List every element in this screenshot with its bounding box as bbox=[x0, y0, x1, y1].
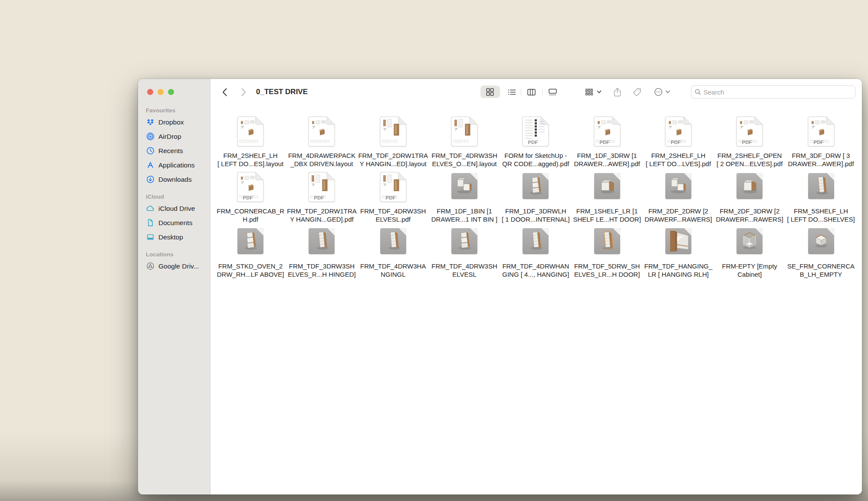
file-item[interactable]: PDF FRM_2SHELF_LH[ LEFT DO...LVES].pdf bbox=[643, 116, 714, 172]
file-item[interactable]: PDF FRM_1DF_3DRW [1DRAWER...AWER].pdf bbox=[571, 116, 642, 172]
sidebar-item-desktop[interactable]: Desktop bbox=[138, 230, 210, 244]
file-icon-pdf: PDF bbox=[380, 172, 407, 203]
file-icon-thumbnail bbox=[309, 227, 335, 258]
sidebar-item-label: Dropbox bbox=[158, 118, 184, 126]
sidebar-item-label: AirDrop bbox=[158, 133, 181, 141]
sidebar-item-google-drive[interactable]: Google Driv... bbox=[138, 259, 210, 273]
sidebar-item-applications[interactable]: Applications bbox=[138, 158, 210, 172]
tag-button[interactable] bbox=[631, 85, 644, 98]
file-item[interactable]: FRM_TDF_4DRW3HANGINGL bbox=[358, 227, 429, 282]
file-item[interactable]: FRM_TDF_2DRW1TRAY HANGIN...ED].layout bbox=[358, 116, 429, 172]
desktop[interactable]: { "colors": { "desktop_bg": "#ece6d9", "… bbox=[0, 0, 868, 501]
grid-view-button[interactable] bbox=[483, 85, 496, 98]
file-icon-layout bbox=[237, 116, 264, 147]
sidebar: Favourites Dropbox bbox=[138, 79, 210, 494]
back-button[interactable] bbox=[219, 85, 231, 98]
share-icon bbox=[613, 88, 621, 97]
file-item[interactable]: FRM_STKD_OVEN_2DRW_RH...LF ABOVE] bbox=[215, 227, 286, 282]
file-name: FRM_2SHELF_LH[ LEFT DO...LVES].pdf bbox=[646, 151, 711, 168]
share-button[interactable] bbox=[611, 85, 624, 98]
file-icon-thumbnail bbox=[808, 172, 834, 203]
file-item[interactable]: FRM_TDF_3DRW3SHELVES_R...H HINGED] bbox=[286, 227, 357, 282]
group-button[interactable] bbox=[582, 85, 595, 98]
sidebar-item-label: iCloud Drive bbox=[158, 205, 195, 213]
file-item[interactable]: FRM_TDF_4DRWHANGING [ 4..., HANGING] bbox=[500, 227, 571, 282]
sidebar-item-recents[interactable]: Recents bbox=[138, 144, 210, 158]
file-name: FRM_TDF_HANGING_LR [ HANGING RLH] bbox=[644, 262, 713, 278]
sidebar-item-label: Recents bbox=[158, 147, 183, 155]
chevron-left-icon bbox=[222, 88, 227, 96]
toolbar-divider bbox=[542, 88, 542, 95]
file-item[interactable]: PDF FRM_CORNERCAB_RH.pdf bbox=[215, 172, 286, 227]
svg-text:PDF: PDF bbox=[528, 140, 538, 145]
sidebar-item-label: Downloads bbox=[158, 176, 192, 183]
file-icon-thumbnail bbox=[451, 227, 477, 258]
file-item[interactable]: FRM_1DF_3DRWLH[ 1 DOOR...INTERNAL] bbox=[500, 172, 571, 227]
chevron-down-icon bbox=[597, 90, 602, 94]
file-item[interactable]: FRM_2DF_3DRW [2DRAWERF...RAWERS] bbox=[714, 172, 785, 227]
file-name: FRM_TDF_4DRWHANGING [ 4..., HANGING] bbox=[502, 262, 569, 278]
sidebar-item-label: Documents bbox=[158, 219, 192, 227]
search-icon bbox=[695, 89, 701, 95]
file-item[interactable]: FRM_2DF_2DRW [2DRAWERF...RAWERS] bbox=[643, 172, 714, 227]
forward-button[interactable] bbox=[237, 85, 250, 98]
file-item[interactable]: FRM_5SHELF_LH[ LEFT DO...SHELVES] bbox=[785, 172, 856, 227]
svg-text:PDF: PDF bbox=[599, 140, 609, 145]
file-name: FRM_1DF_1BIN [1DRAWER...1 INT BIN ] bbox=[431, 207, 498, 223]
file-icon-pdf: PDF bbox=[808, 116, 835, 147]
file-item[interactable]: FRM-EPTY [EmptyCabinet] bbox=[714, 227, 785, 282]
file-item[interactable]: PDF FRM_2SHELF_OPEN[ 2 OPEN...ELVES].pdf bbox=[714, 116, 785, 172]
file-item[interactable]: SE_FRM_CORNERCAB_LH_EMPTY bbox=[785, 227, 856, 282]
file-item[interactable]: FRM_TDF_5DRW_SHELVES_LR...H DOOR] bbox=[571, 227, 642, 282]
file-icon-thumbnail bbox=[237, 227, 263, 258]
file-icon-thumbnail bbox=[665, 227, 691, 258]
file-item[interactable]: FRM_TDF_4DRW3SHELVESL bbox=[429, 227, 500, 282]
file-name: FRM_TDF_4DRW3SHELVESL bbox=[431, 262, 497, 278]
chevron-down-icon bbox=[665, 90, 670, 94]
file-item[interactable]: FRM_4DRAWERPACK_DBX DRIVEN.layout bbox=[286, 116, 357, 172]
file-item[interactable]: FRM_TDF_HANGING_LR [ HANGING RLH] bbox=[643, 227, 714, 282]
file-item[interactable]: PDF FRM_3DF_DRW [ 3DRAWER...AWER].pdf bbox=[785, 116, 856, 172]
file-name: FRM_TDF_4DRW3SHELVESL.pdf bbox=[360, 207, 426, 223]
file-item[interactable]: FRM_2SHELF_LH[ LEFT DO...ES].layout bbox=[215, 116, 286, 172]
column-view-button[interactable] bbox=[525, 85, 538, 98]
column-view-icon bbox=[527, 88, 536, 96]
svg-text:PDF: PDF bbox=[385, 195, 395, 200]
sidebar-item-airdrop[interactable]: AirDrop bbox=[138, 129, 210, 144]
zoom-button[interactable] bbox=[168, 89, 174, 95]
file-item[interactable]: PDF FRM_TDF_2DRW1TRAY HANGIN...GED].pdf bbox=[286, 172, 357, 227]
search-input[interactable] bbox=[704, 88, 852, 96]
google-drive-icon bbox=[146, 262, 155, 271]
more-chevron[interactable] bbox=[665, 90, 670, 94]
sidebar-item-label: Applications bbox=[158, 161, 195, 169]
sidebar-item-documents[interactable]: Documents bbox=[138, 216, 210, 230]
file-item[interactable]: FRM_1DF_1BIN [1DRAWER...1 INT BIN ] bbox=[429, 172, 500, 227]
gallery-view-button[interactable] bbox=[546, 85, 559, 98]
file-name: FRM_1SHELF_LR [1SHELF LE...HT DOOR] bbox=[573, 207, 641, 223]
applications-icon bbox=[146, 161, 155, 170]
file-item[interactable]: PDF FORM for SketchUp -QR CODE...agged).… bbox=[500, 116, 571, 172]
sidebar-item-dropbox[interactable]: Dropbox bbox=[138, 115, 210, 129]
file-icon-thumbnail bbox=[594, 227, 620, 258]
file-item[interactable]: FRM_1SHELF_LR [1SHELF LE...HT DOOR] bbox=[571, 172, 642, 227]
list-view-icon bbox=[508, 88, 516, 96]
minimize-button[interactable] bbox=[158, 89, 164, 95]
file-item[interactable]: FRM_TDF_4DRW3SHELVES_O...EN].layout bbox=[429, 116, 500, 172]
more-button[interactable] bbox=[652, 85, 665, 98]
svg-text:PDF: PDF bbox=[742, 140, 752, 145]
documents-icon bbox=[146, 219, 155, 227]
file-name: FRM_1DF_3DRWLH[ 1 DOOR...INTERNAL] bbox=[502, 207, 570, 223]
file-icon-thumbnail bbox=[808, 227, 834, 258]
group-chevron[interactable] bbox=[596, 90, 602, 94]
file-name: FRM_2SHELF_OPEN[ 2 OPEN...ELVES].pdf bbox=[717, 151, 783, 168]
sidebar-item-downloads[interactable]: Downloads bbox=[138, 172, 210, 187]
close-button[interactable] bbox=[147, 89, 153, 95]
file-item[interactable]: PDF FRM_TDF_4DRW3SHELVESL.pdf bbox=[358, 172, 429, 227]
search-field[interactable] bbox=[691, 85, 855, 98]
tag-icon bbox=[633, 88, 641, 96]
sidebar-item-icloud-drive[interactable]: iCloud Drive bbox=[138, 201, 210, 216]
list-view-button[interactable] bbox=[505, 85, 518, 98]
file-name: FRM_STKD_OVEN_2DRW_RH...LF ABOVE] bbox=[217, 262, 284, 278]
gallery-view-icon bbox=[549, 88, 557, 96]
file-name: FRM_5SHELF_LH[ LEFT DO...SHELVES] bbox=[787, 207, 855, 223]
